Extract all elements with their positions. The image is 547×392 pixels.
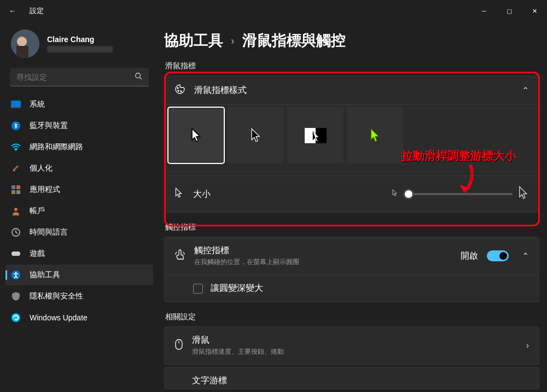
sidebar-item-label: 藍牙與裝置 (30, 121, 68, 131)
sidebar-item-label: 隱私權與安全性 (30, 291, 83, 301)
pointer-style-custom[interactable] (347, 107, 403, 163)
row-desc: 在我觸碰的位置，在螢幕上顯示圓圈 (194, 258, 299, 267)
svg-point-20 (177, 87, 178, 89)
section-header-touch: 觸控指標 (165, 223, 538, 232)
sidebar-item-bluetooth[interactable]: 藍牙與裝置 (5, 115, 153, 136)
sidebar-item-personalization[interactable]: 個人化 (5, 158, 153, 179)
section-header-pointer: 滑鼠指標 (165, 61, 538, 71)
chevron-right-icon: › (526, 341, 529, 350)
profile-name: Claire Chang (47, 35, 113, 44)
breadcrumb-parent[interactable]: 協助工具 (164, 31, 223, 50)
pointer-style-card: 滑鼠指標樣式 ⌃ 大小 (164, 75, 539, 213)
breadcrumb: 協助工具 › 滑鼠指標與觸控 (164, 31, 539, 50)
gamepad-icon (11, 249, 21, 259)
clock-icon (11, 227, 21, 237)
row-title: 文字游標 (192, 375, 227, 387)
sidebar-item-system[interactable]: 系統 (5, 94, 153, 115)
related-textcursor-card[interactable]: 文字游標 (164, 367, 539, 389)
sidebar-item-apps[interactable]: 應用程式 (5, 179, 153, 200)
svg-point-1 (17, 37, 27, 46)
svg-line-4 (140, 78, 142, 80)
sidebar-item-label: 時間與語言 (30, 227, 68, 237)
person-icon (11, 206, 21, 216)
search-box[interactable] (10, 68, 149, 86)
paintbrush-icon (11, 163, 21, 173)
search-input[interactable] (16, 73, 135, 81)
minimize-button[interactable]: ─ (472, 0, 497, 22)
svg-point-14 (14, 208, 18, 211)
app-title: 設定 (30, 6, 44, 16)
svg-point-22 (181, 91, 182, 92)
svg-rect-6 (11, 107, 21, 108)
sidebar-item-label: 系統 (30, 100, 45, 109)
avatar (11, 30, 39, 58)
pointer-style-header[interactable]: 滑鼠指標樣式 ⌃ (165, 76, 539, 104)
cursor-large-icon (518, 186, 529, 202)
chevron-up-icon: ⌃ (522, 85, 529, 96)
cursor-small-icon (392, 189, 398, 199)
svg-rect-2 (16, 46, 28, 58)
wifi-icon (11, 142, 21, 152)
back-button[interactable]: ← (9, 7, 20, 15)
accessibility-icon (11, 270, 21, 280)
slider-thumb[interactable] (403, 189, 414, 200)
row-desc: 滑鼠指標速度、主要按鈕、捲動 (192, 347, 284, 356)
pointer-style-black[interactable] (228, 107, 284, 163)
mouse-icon (174, 338, 183, 353)
display-icon (11, 100, 21, 109)
apps-icon (11, 185, 21, 195)
chevron-right-icon: › (231, 34, 235, 47)
sidebar-item-label: Windows Update (30, 313, 88, 322)
search-icon (135, 72, 142, 81)
chevron-up-icon: ⌃ (522, 251, 529, 261)
sidebar-item-label: 遊戲 (30, 249, 45, 259)
row-title: 滑鼠 (192, 335, 284, 346)
profile[interactable]: Claire Chang (0, 22, 159, 66)
pointer-style-white[interactable] (168, 107, 224, 163)
sidebar-item-network[interactable]: 網路和網際網路 (5, 137, 153, 157)
svg-rect-9 (14, 165, 18, 169)
touch-toggle[interactable] (487, 250, 509, 261)
sidebar-item-label: 網路和網際網路 (30, 142, 83, 152)
close-button[interactable]: ✕ (522, 0, 547, 22)
shield-icon (11, 291, 21, 301)
svg-rect-25 (176, 340, 182, 349)
sidebar-item-label: 協助工具 (30, 270, 60, 280)
svg-point-3 (136, 73, 141, 78)
sidebar-item-label: 應用程式 (30, 185, 60, 195)
sidebar-item-gaming[interactable]: 遊戲 (5, 243, 153, 264)
sidebar-item-update[interactable]: Windows Update (5, 307, 153, 328)
row-title: 觸控指標 (194, 245, 299, 256)
related-mouse-card[interactable]: 滑鼠 滑鼠指標速度、主要按鈕、捲動 › (164, 326, 539, 365)
touch-darker-row[interactable]: 讓圓變深變大 (165, 274, 539, 302)
pointer-size-row: 大小 (165, 175, 539, 212)
svg-rect-10 (11, 185, 15, 189)
size-slider[interactable] (403, 193, 513, 195)
svg-rect-16 (11, 251, 20, 256)
svg-point-8 (15, 149, 17, 150)
svg-rect-5 (11, 101, 21, 107)
profile-email (47, 46, 113, 52)
maximize-button[interactable]: ▢ (497, 0, 522, 22)
sidebar-item-time[interactable]: 時間與語言 (5, 222, 153, 243)
sidebar-item-accounts[interactable]: 帳戶 (5, 201, 153, 221)
pointer-style-inverted[interactable] (287, 107, 344, 163)
sidebar-item-label: 帳戶 (30, 206, 45, 216)
sidebar-item-label: 個人化 (30, 163, 53, 173)
svg-rect-11 (16, 185, 20, 189)
sidebar-item-privacy[interactable]: 隱私權與安全性 (5, 286, 153, 307)
row-label: 滑鼠指標樣式 (194, 85, 247, 96)
sidebar-item-accessibility[interactable]: 協助工具 (5, 265, 153, 285)
svg-point-21 (178, 90, 179, 91)
page-title: 滑鼠指標與觸控 (242, 31, 346, 50)
touch-indicator-row[interactable]: 觸控指標 在我觸碰的位置，在螢幕上顯示圓圈 開啟 ⌃ (165, 237, 539, 274)
checkbox-label: 讓圓變深變大 (211, 283, 263, 294)
section-header-related: 相關設定 (165, 312, 538, 322)
svg-rect-12 (11, 190, 15, 194)
toggle-label: 開啟 (461, 250, 478, 262)
row-label: 大小 (193, 189, 211, 200)
touch-darker-checkbox[interactable] (193, 284, 203, 294)
cursor-outline-icon (174, 188, 183, 201)
svg-point-19 (11, 313, 20, 322)
svg-point-18 (15, 272, 17, 274)
